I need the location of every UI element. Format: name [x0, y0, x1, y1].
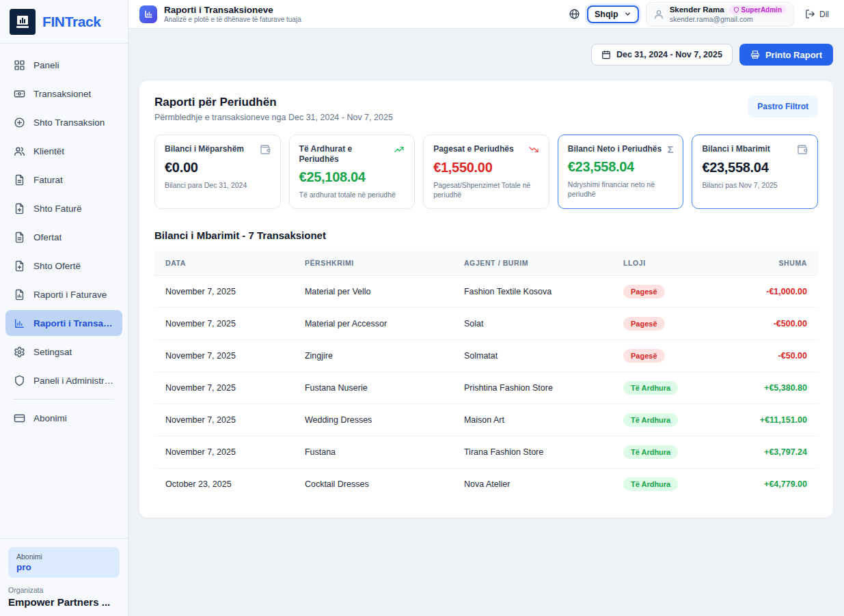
chevron-down-icon	[624, 10, 631, 18]
column-header-date: DATA	[154, 251, 294, 276]
language-select[interactable]: Shqip	[587, 5, 639, 23]
logout-label: Dil	[819, 10, 829, 19]
gear-icon	[14, 346, 25, 358]
sidebar-item-label: Shto Ofertë	[33, 261, 81, 271]
sidebar-item-transaksionet[interactable]: Transaksionet	[5, 81, 122, 107]
cell-type: Pagesë	[612, 276, 718, 308]
sidebar-item-ofertat[interactable]: Ofertat	[5, 224, 122, 250]
language-value: Shqip	[595, 10, 618, 19]
organization-block: Organizata Empower Partners ...	[8, 586, 120, 608]
table-row: November 7, 2025 Material per Accessor S…	[154, 308, 818, 340]
table-row: October 23, 2025 Cocktail Dresses Nova A…	[154, 468, 818, 501]
column-header-type: LLOJI	[612, 251, 718, 276]
stat-value: €23,558.04	[568, 159, 674, 175]
sidebar-item-label: Faturat	[33, 175, 63, 185]
main-area: Raporti i Transaksioneve Analizë e plotë…	[128, 0, 844, 616]
cell-type: Pagesë	[612, 308, 718, 340]
cell-agent: Prishtina Fashion Store	[453, 372, 612, 404]
page-title-block: Raporti i Transaksioneve Analizë e plotë…	[164, 5, 301, 23]
cell-description: Material per Vello	[294, 276, 453, 308]
sidebar-item-shto-transaksion[interactable]: Shto Transaksion	[5, 109, 122, 135]
sidebar-item-paneli-i-administratorit[interactable]: Paneli i Administrat...	[5, 367, 122, 393]
sidebar-item-shto-oferte[interactable]: Shto Ofertë	[5, 253, 122, 279]
cell-amount: -€50.00	[718, 340, 818, 372]
type-badge: Të Ardhura	[623, 413, 678, 427]
stat-value: €25,108.04	[299, 169, 405, 185]
subscription-label: Abonimi	[16, 552, 111, 561]
type-badge: Të Ardhura	[623, 445, 678, 459]
user-icon	[653, 9, 664, 20]
stat-label: Të Ardhurat e Periudhës	[299, 144, 390, 165]
date-range-button[interactable]: Dec 31, 2024 - Nov 7, 2025	[591, 44, 733, 66]
users-icon	[14, 145, 25, 157]
column-header-agent: AGJENT / BURIM	[453, 251, 612, 276]
stat-card-ending-balance: Bilanci i Mbarimit €23,558.04 Bilanci pa…	[692, 135, 818, 209]
table-row: November 7, 2025 Fustana Nuserie Prishti…	[154, 372, 818, 404]
cell-type: Të Ardhura	[612, 372, 718, 404]
page-icon	[139, 5, 157, 23]
bar-chart-icon	[14, 318, 25, 329]
cell-amount: -€500.00	[718, 308, 818, 340]
type-badge: Pagesë	[623, 349, 665, 363]
sidebar-item-label: Shto Transaksion	[33, 117, 105, 128]
wallet-icon	[260, 144, 271, 155]
print-report-button[interactable]: Printo Raport	[739, 44, 833, 66]
table-row: November 7, 2025 Fustana Tirana Fashion …	[154, 436, 818, 468]
clear-filters-button[interactable]: Pastro Filtrot	[748, 96, 818, 117]
type-badge: Pagesë	[623, 285, 665, 298]
cell-description: Wedding Dresses	[294, 404, 453, 436]
sidebar-item-paneli[interactable]: Paneli	[5, 52, 122, 78]
stat-note: Pagesat/Shpenzimet Totale në periudhë	[433, 180, 539, 199]
cell-date: November 7, 2025	[154, 436, 294, 468]
logo-link[interactable]: FINTrack	[0, 0, 128, 44]
report-panel: Raporti për Periudhën Përmbledhje e tran…	[139, 81, 833, 518]
sidebar-item-raporti-i-transaksioneve[interactable]: Raporti i Transaksi...	[5, 310, 122, 336]
sidebar-item-klientet[interactable]: Klientët	[5, 138, 122, 164]
stat-note: Bilanci para Dec 31, 2024	[165, 180, 271, 190]
top-header: Raporti i Transaksioneve Analizë e plotë…	[128, 0, 844, 29]
file-text-icon	[14, 174, 25, 186]
organization-label: Organizata	[8, 586, 120, 594]
cell-type: Të Ardhura	[612, 404, 718, 436]
organization-name: Empower Partners ...	[8, 596, 120, 608]
stat-label: Pagesat e Periudhës	[433, 144, 513, 154]
subscription-card: Abonimi pro	[8, 547, 120, 578]
cell-amount: +€4,779.00	[718, 468, 818, 501]
sidebar-item-abonimi[interactable]: Abonimi	[5, 405, 122, 431]
logout-button[interactable]: Dil	[801, 6, 833, 22]
sidebar-item-raporti-i-faturave[interactable]: Raporti i Faturave	[5, 281, 122, 307]
shield-icon	[14, 375, 25, 387]
cell-amount: +€5,380.80	[718, 372, 818, 404]
column-header-amount: SHUMA	[718, 251, 818, 276]
column-header-description: PËRSHKRIMI	[294, 251, 453, 276]
file-plus-icon	[14, 260, 25, 272]
cell-agent: Solat	[453, 308, 612, 340]
user-menu[interactable]: Skender Rama SuperAdmin skender.rama@gma…	[646, 2, 794, 27]
transactions-table-title: Bilanci i Mbarimit - 7 Transaksionet	[154, 229, 818, 241]
table-row: November 7, 2025 Zingjire Solmatat Pages…	[154, 340, 818, 372]
stat-card-net-balance: Bilanci Neto i Periudhës Σ €23,558.04 Nd…	[558, 135, 684, 209]
stat-note: Ndryshimi financiar neto në periudhë	[568, 180, 674, 199]
transactions-table: DATA PËRSHKRIMI AGJENT / BURIM LLOJI SHU…	[154, 251, 818, 500]
cell-amount: +€11,151.00	[718, 404, 818, 436]
wallet-icon	[797, 144, 808, 155]
sidebar-item-setingsat[interactable]: Setingsat	[5, 339, 122, 365]
report-subtitle: Përmbledhje e transaksioneve nga Dec 31,…	[154, 113, 393, 122]
cell-date: November 7, 2025	[154, 404, 294, 436]
stat-card-period-income: Të Ardhurat e Periudhës €25,108.04 Të ar…	[289, 135, 416, 209]
sidebar-item-faturat[interactable]: Faturat	[5, 167, 122, 193]
sidebar-item-label: Setingsat	[33, 347, 72, 357]
sidebar-item-label: Raporti i Transaksi...	[33, 318, 114, 328]
cell-amount: +€3,797.24	[718, 436, 818, 468]
cell-description: Fustana	[294, 436, 453, 468]
stat-label: Bilanci i Mëparshëm	[165, 144, 244, 154]
credit-card-icon	[14, 412, 25, 424]
cell-agent: Maison Art	[453, 404, 612, 436]
stat-note: Bilanci pas Nov 7, 2025	[702, 180, 808, 190]
cell-amount: -€1,000.00	[718, 276, 818, 308]
sidebar-item-shto-fature[interactable]: Shto Faturë	[5, 195, 122, 221]
cell-description: Zingjire	[294, 340, 453, 372]
role-badge: SuperAdmin	[729, 5, 787, 14]
sidebar-nav: Paneli Transaksionet Shto Transaksion Kl…	[0, 44, 128, 538]
stat-value: €0.00	[165, 160, 271, 176]
